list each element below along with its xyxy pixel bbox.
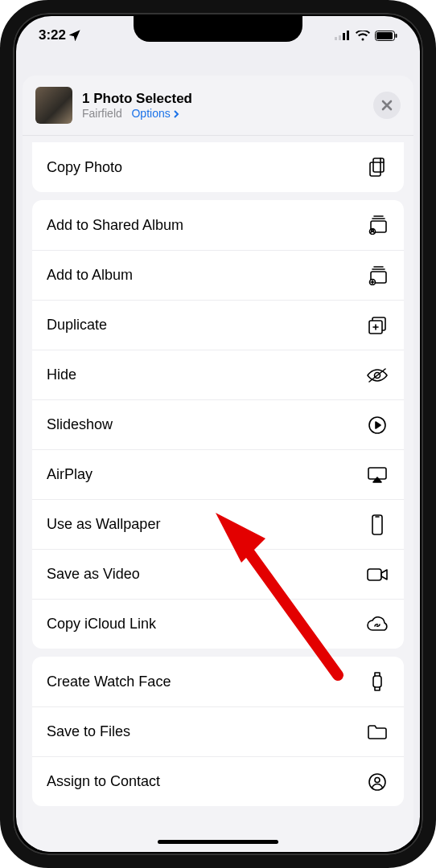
video-icon <box>365 567 389 582</box>
plus-square-on-square-icon <box>365 315 389 336</box>
add-album-row[interactable]: Add to Album <box>32 250 404 300</box>
row-label: Save as Video <box>47 566 140 583</box>
row-label: Use as Wallpaper <box>47 516 160 533</box>
add-album-icon <box>365 266 389 285</box>
sheet-header: 1 Photo Selected Fairfield Options <box>23 76 413 136</box>
selection-subtitle: Fairfield Options <box>82 107 364 121</box>
row-label: Add to Album <box>47 267 133 284</box>
save-video-row[interactable]: Save as Video <box>32 549 404 599</box>
svg-rect-2 <box>343 33 345 40</box>
row-label: Add to Shared Album <box>47 217 183 234</box>
share-sheet: 1 Photo Selected Fairfield Options Copy … <box>23 76 413 852</box>
row-label: Assign to Contact <box>47 773 160 790</box>
row-label: Create Watch Face <box>47 674 171 690</box>
actions-list: Copy PhotoAdd to Shared AlbumAdd to Albu… <box>23 142 413 838</box>
eye-slash-icon <box>365 367 389 383</box>
device-frame: 3:22 1 Photo Selected Fairfield Options <box>0 0 436 868</box>
duplicate-row[interactable]: Duplicate <box>32 300 404 350</box>
svg-rect-20 <box>368 569 381 580</box>
svg-rect-5 <box>376 32 393 39</box>
play-circle-icon <box>365 416 389 435</box>
assign-contact-row[interactable]: Assign to Contact <box>32 756 404 806</box>
airplay-icon <box>365 466 389 484</box>
location-arrow-icon <box>69 30 80 41</box>
close-button[interactable] <box>373 92 401 119</box>
use-wallpaper-row[interactable]: Use as Wallpaper <box>32 499 404 549</box>
create-watch-face-row[interactable]: Create Watch Face <box>32 657 404 706</box>
save-files-row[interactable]: Save to Files <box>32 706 404 756</box>
action-group: Copy Photo <box>32 142 404 192</box>
svg-rect-0 <box>335 37 337 40</box>
svg-rect-3 <box>347 31 349 40</box>
svg-rect-19 <box>372 515 382 534</box>
svg-rect-1 <box>339 35 341 40</box>
person-circle-icon <box>365 772 389 792</box>
svg-point-23 <box>375 777 380 782</box>
row-label: Duplicate <box>47 317 107 334</box>
watch-icon <box>365 671 389 692</box>
doc-on-doc-icon <box>365 157 389 178</box>
options-link[interactable]: Options <box>131 107 179 120</box>
add-shared-album-row[interactable]: Add to Shared Album <box>32 200 404 250</box>
copy-photo-row[interactable]: Copy Photo <box>32 142 404 192</box>
iphone-icon <box>365 514 389 535</box>
copy-icloud-row[interactable]: Copy iCloud Link <box>32 599 404 649</box>
link-cloud-icon <box>365 616 389 633</box>
svg-rect-8 <box>370 162 380 176</box>
row-label: Save to Files <box>47 723 130 740</box>
cellular-icon <box>335 31 351 40</box>
shared-album-icon <box>365 215 389 235</box>
battery-icon <box>375 31 397 41</box>
location-label: Fairfield <box>82 107 122 120</box>
status-time: 3:22 <box>39 27 66 43</box>
row-label: Copy Photo <box>47 159 122 176</box>
close-icon <box>381 100 393 111</box>
action-group: Add to Shared AlbumAdd to AlbumDuplicate… <box>32 200 404 649</box>
row-label: AirPlay <box>47 466 93 483</box>
hide-row[interactable]: Hide <box>32 350 404 399</box>
svg-rect-6 <box>396 34 397 38</box>
photo-thumbnail[interactable] <box>35 87 72 124</box>
folder-icon <box>365 724 389 740</box>
row-label: Copy iCloud Link <box>47 616 156 633</box>
action-group: Create Watch FaceSave to FilesAssign to … <box>32 657 404 806</box>
notch <box>134 16 302 42</box>
screen: 3:22 1 Photo Selected Fairfield Options <box>16 16 420 852</box>
row-label: Hide <box>47 366 76 383</box>
svg-rect-7 <box>373 158 384 172</box>
row-label: Slideshow <box>47 416 113 433</box>
svg-rect-21 <box>373 676 381 687</box>
airplay-row[interactable]: AirPlay <box>32 449 404 499</box>
home-indicator[interactable] <box>158 840 278 844</box>
slideshow-row[interactable]: Slideshow <box>32 399 404 449</box>
selection-title: 1 Photo Selected <box>82 90 364 107</box>
wifi-icon <box>356 31 370 41</box>
